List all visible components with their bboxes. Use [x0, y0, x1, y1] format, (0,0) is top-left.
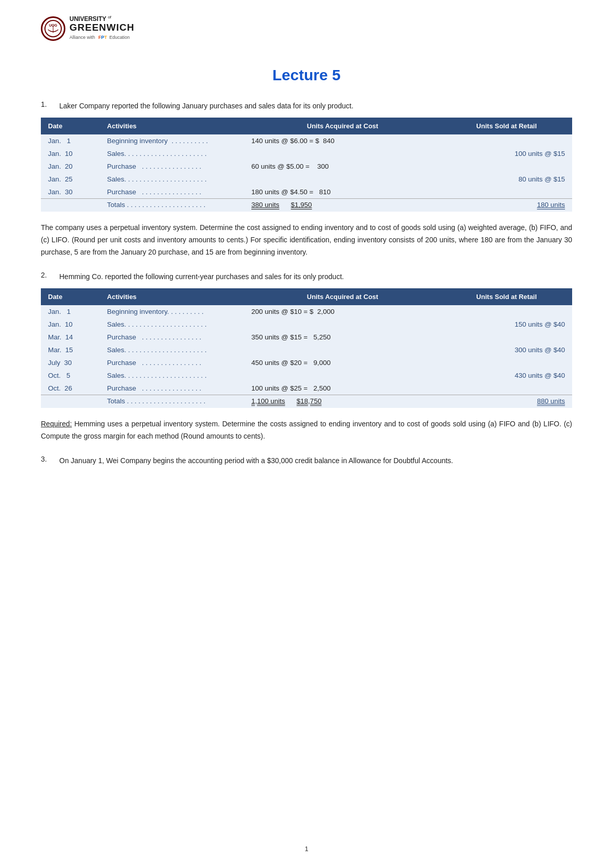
table-row: Jan. 1 Beginning inventory. . . . . . . … [41, 305, 572, 318]
table-row: July 30 Purchase . . . . . . . . . . . .… [41, 356, 572, 369]
table2-row6-activity: Sales. . . . . . . . . . . . . . . . . .… [100, 369, 244, 382]
table-1: Date Activities Units Acquired at Cost U… [41, 118, 572, 212]
question-3-number: 3. [41, 455, 59, 463]
table2-header-date: Date [41, 288, 100, 305]
table1-totals-acquired: 380 units $1,950 [244, 199, 441, 212]
question-3-header: 3. On January 1, Wei Company begins the … [41, 455, 572, 466]
logo-area: UOG UNIVERSITY of GREENWICH Alliance wit… [41, 15, 134, 41]
table1-header-date: Date [41, 118, 100, 134]
table-row: Jan. 10 Sales. . . . . . . . . . . . . .… [41, 318, 572, 331]
table2-totals-units: 1,100 units [251, 397, 285, 405]
table2-totals-value: $18,750 [297, 397, 322, 405]
table2-row5-activity: Purchase . . . . . . . . . . . . . . . . [100, 356, 244, 369]
table2-row7-activity: Purchase . . . . . . . . . . . . . . . . [100, 382, 244, 395]
table2-header-sold: Units Sold at Retail [441, 288, 572, 305]
table2-row3-acquired: 350 units @ $15 = 5,250 [244, 331, 441, 344]
table-2: Date Activities Units Acquired at Cost U… [41, 288, 572, 408]
table2-row6-sold: 430 units @ $40 [441, 369, 572, 382]
question-2-block: 2. Hemming Co. reported the following cu… [41, 271, 572, 443]
table2-row5-acquired: 450 units @ $20 = 9,000 [244, 356, 441, 369]
table1-row3-sold [441, 160, 572, 173]
table2-totals-sold-units: 880 units [537, 397, 565, 405]
required-label: Required: [41, 420, 72, 428]
table2-row2-sold: 150 units @ $40 [441, 318, 572, 331]
table2-totals-date [41, 395, 100, 408]
table2-totals-row: Totals . . . . . . . . . . . . . . . . .… [41, 395, 572, 408]
table1-row4-acquired [244, 173, 441, 186]
table1-row1-sold [441, 134, 572, 147]
table1-row3-activity: Purchase . . . . . . . . . . . . . . . . [100, 160, 244, 173]
table2-row1-sold [441, 305, 572, 318]
table2-header-acquired: Units Acquired at Cost [244, 288, 441, 305]
table2-totals-sold: 880 units [441, 395, 572, 408]
lecture-title: Lecture 5 [41, 66, 572, 84]
university-logo-circle: UOG [41, 16, 65, 41]
table1-totals-date [41, 199, 100, 212]
table2-row5-date: July 30 [41, 356, 100, 369]
table1-row5-sold [441, 186, 572, 199]
table2-row4-acquired [244, 344, 441, 356]
table2-row4-activity: Sales. . . . . . . . . . . . . . . . . .… [100, 344, 244, 356]
greenwich-name: GREENWICH [69, 22, 134, 33]
table2-row4-sold: 300 units @ $40 [441, 344, 572, 356]
table2-row6-date: Oct. 5 [41, 369, 100, 382]
header: UOG UNIVERSITY of GREENWICH Alliance wit… [41, 15, 572, 46]
table2-totals-acquired: 1,100 units $18,750 [244, 395, 441, 408]
table2-row2-acquired [244, 318, 441, 331]
table1-row4-date: Jan. 25 [41, 173, 100, 186]
table-row: Jan. 25 Sales. . . . . . . . . . . . . .… [41, 173, 572, 186]
paragraph-2: Required: Hemming uses a perpetual inven… [41, 418, 572, 443]
table-row: Jan. 30 Purchase . . . . . . . . . . . .… [41, 186, 572, 199]
question-3-text: On January 1, Wei Company begins the acc… [59, 455, 453, 466]
table2-row4-date: Mar. 15 [41, 344, 100, 356]
table-row: Oct. 5 Sales. . . . . . . . . . . . . . … [41, 369, 572, 382]
table2-totals-activity: Totals . . . . . . . . . . . . . . . . .… [100, 395, 244, 408]
table2-row3-activity: Purchase . . . . . . . . . . . . . . . . [100, 331, 244, 344]
question-2-header: 2. Hemming Co. reported the following cu… [41, 271, 572, 282]
table1-totals-value: $1,950 [291, 201, 312, 209]
question-3-block: 3. On January 1, Wei Company begins the … [41, 455, 572, 466]
table1-totals-sold: 180 units [441, 199, 572, 212]
table-row: Oct. 26 Purchase . . . . . . . . . . . .… [41, 382, 572, 395]
table2-row3-sold [441, 331, 572, 344]
table2-row7-acquired: 100 units @ $25 = 2,500 [244, 382, 441, 395]
question-1-header: 1. Laker Company reported the following … [41, 100, 572, 111]
page: UOG UNIVERSITY of GREENWICH Alliance wit… [0, 0, 613, 868]
university-name: UNIVERSITY of [69, 15, 134, 22]
table1-row2-date: Jan. 10 [41, 147, 100, 160]
table1-row5-date: Jan. 30 [41, 186, 100, 199]
table2-row1-activity: Beginning inventory. . . . . . . . . . [100, 305, 244, 318]
table2-row6-acquired [244, 369, 441, 382]
fpt-logo: FPT [99, 35, 109, 40]
table1-header-acquired: Units Acquired at Cost [244, 118, 441, 134]
table1-totals-activity: Totals . . . . . . . . . . . . . . . . .… [100, 199, 244, 212]
page-number: 1 [0, 845, 613, 853]
table-2-wrap: Date Activities Units Acquired at Cost U… [41, 288, 572, 408]
question-2-number: 2. [41, 271, 59, 279]
table1-totals-row: Totals . . . . . . . . . . . . . . . . .… [41, 199, 572, 212]
table2-row5-sold [441, 356, 572, 369]
question-1-text: Laker Company reported the following Jan… [59, 100, 353, 111]
table2-row3-date: Mar. 14 [41, 331, 100, 344]
table1-row3-date: Jan. 20 [41, 160, 100, 173]
table-row: Mar. 15 Sales. . . . . . . . . . . . . .… [41, 344, 572, 356]
table2-row1-date: Jan. 1 [41, 305, 100, 318]
table1-row1-date: Jan. 1 [41, 134, 100, 147]
table1-row2-sold: 100 units @ $15 [441, 147, 572, 160]
table-row: Mar. 14 Purchase . . . . . . . . . . . .… [41, 331, 572, 344]
table-row: Jan. 10 Sales. . . . . . . . . . . . . .… [41, 147, 572, 160]
table1-totals-sold-units: 180 units [537, 201, 565, 209]
paragraph-2-body: Hemming uses a perpetual inventory syste… [41, 420, 572, 440]
table1-totals-units: 380 units [251, 201, 279, 209]
table1-row5-activity: Purchase . . . . . . . . . . . . . . . . [100, 186, 244, 199]
table-row: Jan. 20 Purchase . . . . . . . . . . . .… [41, 160, 572, 173]
table1-row2-acquired [244, 147, 441, 160]
table1-row1-acquired: 140 units @ $6.00 = $ 840 [244, 134, 441, 147]
table2-row2-activity: Sales. . . . . . . . . . . . . . . . . .… [100, 318, 244, 331]
table-row: Jan. 1 Beginning inventory . . . . . . .… [41, 134, 572, 147]
paragraph-1: The company uses a perpetual inventory s… [41, 222, 572, 258]
table1-row4-sold: 80 units @ $15 [441, 173, 572, 186]
table2-row1-acquired: 200 units @ $10 = $ 2,000 [244, 305, 441, 318]
question-2-text: Hemming Co. reported the following curre… [59, 271, 344, 282]
table1-row5-acquired: 180 units @ $4.50 = 810 [244, 186, 441, 199]
